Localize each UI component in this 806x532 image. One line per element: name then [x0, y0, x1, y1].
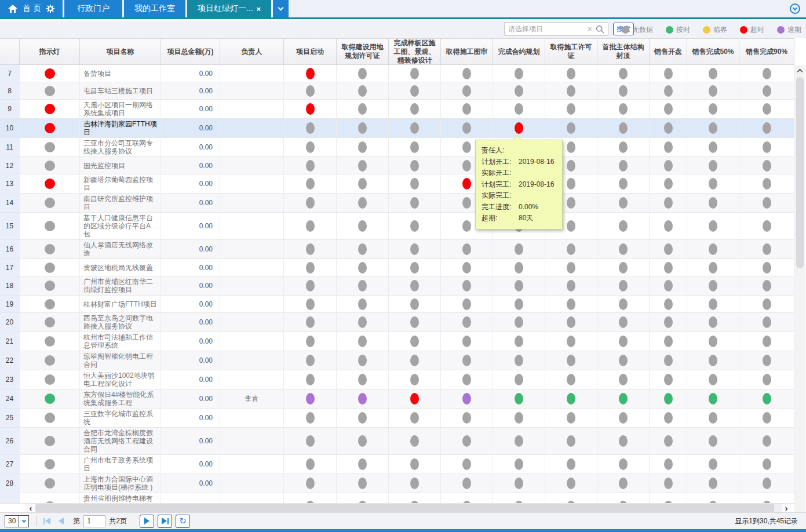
- page-size-dropdown[interactable]: [19, 516, 28, 527]
- stage-dot-gray[interactable]: [462, 103, 471, 115]
- stage-dot-gray[interactable]: [709, 374, 717, 385]
- table-row-12[interactable]: 12国光监控项目0.00: [0, 157, 794, 174]
- stage-dot-gray[interactable]: [410, 197, 419, 209]
- stage-dot-gray[interactable]: [763, 160, 771, 172]
- stage-dot-gray[interactable]: [515, 374, 523, 385]
- stage-dot-gray[interactable]: [306, 435, 315, 447]
- stage-dot-gray[interactable]: [410, 85, 419, 97]
- stage-dot-gray[interactable]: [515, 85, 523, 97]
- horizontal-scrollbar-thumb[interactable]: [35, 504, 774, 512]
- stage-dot-gray[interactable]: [462, 316, 471, 328]
- stage-dot-gray[interactable]: [410, 355, 419, 366]
- stage-dot-red[interactable]: [306, 103, 315, 115]
- stage-dot-gray[interactable]: [358, 197, 367, 209]
- stage-dot-gray[interactable]: [358, 478, 367, 489]
- stage-dot-green[interactable]: [515, 393, 523, 405]
- indicator-dot-gray[interactable]: [45, 459, 55, 469]
- table-row-27[interactable]: 27广州市电子政务系统项目0.00: [0, 455, 794, 474]
- stage-dot-gray[interactable]: [763, 220, 771, 232]
- stage-dot-gray[interactable]: [515, 336, 523, 347]
- stage-dot-gray[interactable]: [410, 103, 419, 115]
- stage-dot-gray[interactable]: [709, 336, 717, 347]
- stage-dot-purple[interactable]: [358, 393, 367, 405]
- gear-icon[interactable]: [46, 5, 54, 13]
- stage-dot-gray[interactable]: [664, 141, 673, 153]
- column-header-10[interactable]: 首批主体结构封顶: [597, 39, 650, 64]
- stage-dot-gray[interactable]: [306, 160, 315, 172]
- stage-dot-gray[interactable]: [306, 298, 315, 310]
- stage-dot-gray[interactable]: [709, 141, 717, 153]
- table-row-8[interactable]: 8屯昌车站三楼施工项目0.00: [0, 82, 794, 100]
- stage-dot-gray[interactable]: [567, 220, 575, 232]
- stage-dot-gray[interactable]: [358, 220, 367, 232]
- stage-dot-gray[interactable]: [709, 85, 717, 97]
- page-size-select[interactable]: 30: [5, 515, 29, 527]
- stage-dot-gray[interactable]: [664, 220, 673, 232]
- stage-dot-gray[interactable]: [306, 220, 315, 232]
- indicator-dot-gray[interactable]: [45, 142, 55, 152]
- stage-dot-gray[interactable]: [515, 478, 523, 489]
- stage-dot-gray[interactable]: [462, 458, 471, 470]
- stage-dot-gray[interactable]: [664, 412, 673, 424]
- stage-dot-gray[interactable]: [763, 458, 771, 470]
- stage-dot-gray[interactable]: [763, 85, 771, 97]
- stage-dot-red[interactable]: [515, 122, 523, 134]
- scroll-right-icon[interactable]: ›: [782, 504, 791, 512]
- stage-dot-gray[interactable]: [664, 122, 673, 134]
- vertical-scrollbar[interactable]: [794, 65, 805, 512]
- stage-dot-gray[interactable]: [358, 141, 367, 153]
- stage-dot-gray[interactable]: [664, 336, 673, 347]
- table-row-19[interactable]: 19桂林财富广场FTTH项目0.00: [0, 296, 794, 313]
- stage-dot-gray[interactable]: [567, 160, 575, 172]
- stage-dot-gray[interactable]: [709, 458, 717, 470]
- stage-dot-gray[interactable]: [410, 298, 419, 310]
- stage-dot-gray[interactable]: [515, 262, 523, 274]
- nav-tab-0[interactable]: 行政门户: [64, 0, 122, 17]
- stage-dot-green[interactable]: [567, 393, 575, 405]
- stage-dot-gray[interactable]: [709, 435, 717, 447]
- stage-dot-gray[interactable]: [619, 197, 628, 209]
- stage-dot-gray[interactable]: [462, 160, 471, 172]
- stage-dot-gray[interactable]: [763, 374, 771, 385]
- stage-dot-gray[interactable]: [664, 316, 673, 328]
- table-row-10[interactable]: 10吉林洋海韵家园FTTH项目0.00: [0, 119, 794, 138]
- stage-dot-gray[interactable]: [358, 458, 367, 470]
- stage-dot-gray[interactable]: [306, 197, 315, 209]
- stage-dot-gray[interactable]: [709, 243, 717, 255]
- stage-dot-gray[interactable]: [763, 262, 771, 274]
- indicator-dot-gray[interactable]: [45, 374, 55, 385]
- stage-dot-gray[interactable]: [763, 478, 771, 489]
- stage-dot-gray[interactable]: [567, 262, 575, 274]
- table-row-22[interactable]: 22琼翠阁智能化弱电工程合同0.00: [0, 351, 794, 370]
- stage-dot-gray[interactable]: [763, 243, 771, 255]
- stage-dot-red[interactable]: [306, 68, 315, 79]
- stage-dot-gray[interactable]: [358, 412, 367, 424]
- stage-dot-gray[interactable]: [358, 85, 367, 97]
- stage-dot-gray[interactable]: [462, 197, 471, 209]
- stage-dot-gray[interactable]: [567, 374, 575, 385]
- stage-dot-gray[interactable]: [515, 298, 523, 310]
- table-row-20[interactable]: 20西岛至东岛之间数字电路接入服务协议0.00: [0, 313, 794, 332]
- stage-dot-gray[interactable]: [306, 458, 315, 470]
- stage-dot-gray[interactable]: [664, 160, 673, 172]
- stage-dot-gray[interactable]: [515, 103, 523, 115]
- column-header-12[interactable]: 销售完成50%: [687, 39, 739, 64]
- stage-dot-gray[interactable]: [515, 68, 523, 79]
- stage-dot-gray[interactable]: [410, 374, 419, 385]
- table-row-16[interactable]: 16仙人掌酒店无线网络改造0.00: [0, 240, 794, 259]
- stage-dot-gray[interactable]: [358, 355, 367, 366]
- stage-dot-gray[interactable]: [763, 280, 771, 291]
- scroll-up-icon[interactable]: [794, 65, 805, 75]
- indicator-dot-gray[interactable]: [45, 299, 55, 309]
- stage-dot-gray[interactable]: [763, 197, 771, 209]
- stage-dot-gray[interactable]: [619, 85, 628, 97]
- stage-dot-gray[interactable]: [462, 243, 471, 255]
- stage-dot-gray[interactable]: [462, 374, 471, 385]
- stage-dot-gray[interactable]: [306, 478, 315, 489]
- stage-dot-gray[interactable]: [358, 374, 367, 385]
- stage-dot-gray[interactable]: [664, 280, 673, 291]
- table-row-24[interactable]: 24东方假日4#楼智能化系统集成服务工程0.00李青: [0, 389, 794, 409]
- stage-dot-gray[interactable]: [619, 280, 628, 291]
- stage-dot-gray[interactable]: [709, 280, 717, 291]
- stage-dot-gray[interactable]: [515, 243, 523, 255]
